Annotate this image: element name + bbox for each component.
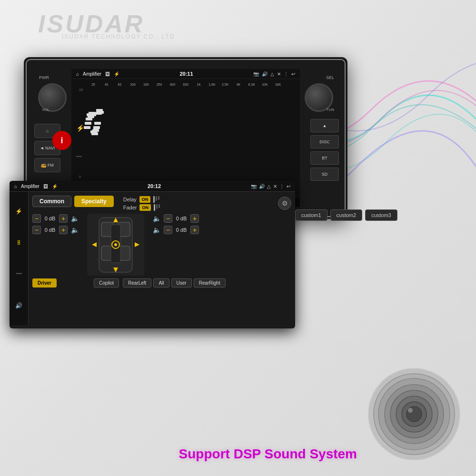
eq-freq-630: 630 <box>179 83 192 86</box>
rear-left-plus[interactable]: + <box>59 226 68 234</box>
eq-slider-handle-1[interactable] <box>85 122 91 125</box>
front-left-minus[interactable]: − <box>32 214 41 223</box>
settings-button[interactable]: ⚙ <box>278 197 291 210</box>
right-speaker-controls: 🔈 − 0 dB + 🔈 − 0 dB + <box>152 214 199 276</box>
screen-status-icons: 📷 🔊 △ ✕ ⋮ ↩ <box>253 71 295 77</box>
position-rearright[interactable]: RearRight <box>194 278 226 288</box>
eq-freq-100: 100 <box>127 83 139 86</box>
position-all[interactable]: All <box>153 278 169 288</box>
fader-label: Fader <box>123 205 137 210</box>
screen-time: 20:11 <box>179 71 193 77</box>
eq-slider-handle-9[interactable] <box>92 129 99 132</box>
rear-left-value: 0 dB <box>43 227 57 233</box>
popup-status-icons: 📷 🔊 △ ✕ ⋮ ↩ <box>251 184 290 189</box>
svg-marker-8 <box>92 242 97 247</box>
sidebar-icon-fader[interactable]: 🎚 <box>13 237 25 248</box>
eq-slider-handle-8[interactable] <box>91 132 98 135</box>
popup-menu-icon[interactable]: ⋮ <box>279 184 284 189</box>
eq-frequency-labels: 2540631001602504006301K1.6K2.5K4K6.3K10K… <box>75 83 296 86</box>
front-left-plus[interactable]: + <box>59 214 68 223</box>
eq-bars-area: 10 0 ⚡ 〰 <box>75 88 296 178</box>
rear-right-minus[interactable]: − <box>164 226 172 234</box>
tab-common[interactable]: Common <box>32 196 71 207</box>
custom2-button[interactable]: custom2 <box>330 209 363 221</box>
rear-left-vol-row: − 0 dB + 🔈 <box>32 225 79 235</box>
fader-bars <box>154 204 160 211</box>
popup-title: Amplifier <box>21 184 40 189</box>
custom3-button[interactable]: custom3 <box>365 209 397 221</box>
car-diagram-svg <box>89 215 142 275</box>
screen-home-icon[interactable]: ⌂ <box>76 71 79 77</box>
speaker-svg <box>367 367 462 462</box>
eq-freq-160: 160 <box>140 83 152 86</box>
position-rearleft[interactable]: RearLeft <box>123 278 151 288</box>
front-left-vol-row: − 0 dB + 🔈 <box>32 214 79 223</box>
back-icon[interactable]: ↩ <box>291 71 295 77</box>
menu-icon[interactable]: ⋮ <box>284 71 288 77</box>
eq-wave-icon[interactable]: 〰 <box>76 154 82 160</box>
popup-volume-icon[interactable]: 🔊 <box>259 184 265 189</box>
popup-dsp-screen: ⌂ Amplifier 🖼 ⚡ 20:12 📷 🔊 △ ✕ ⋮ ↩ ⚡ 🎚 〰 … <box>10 181 295 328</box>
sidebar-icon-eq[interactable]: ⚡ <box>13 206 25 217</box>
eq-freq-40: 40 <box>100 83 113 86</box>
triangle-icon: △ <box>270 71 274 77</box>
eq-freq-4K: 4K <box>232 83 245 86</box>
svg-marker-9 <box>135 242 139 247</box>
eq-slider-handle-10[interactable] <box>93 126 100 129</box>
eq-freq-6.3K: 6.3K <box>246 83 258 86</box>
tab-buttons: Common Specialty <box>32 196 114 207</box>
popup-body: ⚡ 🎚 〰 🔊 Common Specialty Delay ON <box>10 192 295 325</box>
eq-freq-1.6K: 1.6K <box>206 83 218 86</box>
delay-bars <box>153 196 159 203</box>
fader-on-badge[interactable]: ON <box>139 204 151 211</box>
position-driver[interactable]: Driver <box>32 278 57 288</box>
custom1-button[interactable]: custom1 <box>295 209 327 221</box>
front-right-speaker-icon: 🔈 <box>152 214 161 223</box>
rear-left-speaker-icon: 🔈 <box>70 225 79 235</box>
position-user[interactable]: User <box>171 278 192 288</box>
popup-home-icon[interactable]: ⌂ <box>14 184 17 189</box>
bt-button[interactable]: BT <box>310 151 339 165</box>
popup-top-row: Common Specialty Delay ON <box>32 196 291 211</box>
sd-button[interactable]: SD <box>310 168 339 181</box>
tun-label: TUN <box>327 108 334 112</box>
popup-header-left: ⌂ Amplifier 🖼 ⚡ <box>14 184 58 189</box>
sel-label: SEL <box>326 75 334 80</box>
front-right-minus[interactable]: − <box>164 214 172 223</box>
popup-back-icon[interactable]: ↩ <box>287 184 290 189</box>
speaker-volume-section: − 0 dB + 🔈 − 0 dB + 🔈 <box>32 214 291 276</box>
delay-fader-controls: Delay ON Fader ON <box>123 196 160 211</box>
eject-button[interactable]: ▲ <box>310 119 339 132</box>
eq-freq-1K: 1K <box>193 83 205 86</box>
delay-bar-3 <box>158 196 159 200</box>
delay-on-badge[interactable]: ON <box>139 196 151 203</box>
volume-icon[interactable]: 🔊 <box>262 71 268 77</box>
eq-slider-handle-2[interactable] <box>86 118 92 120</box>
eq-slider-handle-11[interactable] <box>94 122 101 125</box>
front-right-value: 0 dB <box>175 216 188 221</box>
sidebar-icon-speaker[interactable]: 🔊 <box>13 300 25 311</box>
rear-right-vol-row: 🔈 − 0 dB + <box>152 225 199 235</box>
sidebar-icon-wave[interactable]: 〰 <box>13 268 25 280</box>
right-button-group: ▲ DISC BT SD <box>310 119 339 181</box>
front-left-value: 0 dB <box>43 216 57 221</box>
rear-right-plus[interactable]: + <box>190 226 199 234</box>
car-seat-diagram <box>87 214 144 276</box>
rear-right-speaker-icon: 🔈 <box>152 225 161 235</box>
rear-left-minus[interactable]: − <box>32 226 41 234</box>
svg-point-21 <box>408 408 413 413</box>
tab-specialty[interactable]: Specialty <box>74 196 114 207</box>
disc-button[interactable]: DISC <box>310 135 339 149</box>
front-right-plus[interactable]: + <box>190 214 199 223</box>
popup-x-icon: ✕ <box>273 184 277 189</box>
left-speaker-controls: − 0 dB + 🔈 − 0 dB + 🔈 <box>32 214 79 276</box>
eq-slider-handle-14[interactable] <box>97 111 104 114</box>
position-copilot[interactable]: Copilot <box>94 278 119 288</box>
camera-icon: 📷 <box>253 71 259 77</box>
front-right-vol-row: 🔈 − 0 dB + <box>152 214 199 223</box>
fm-button[interactable]: 📻 FM <box>34 158 60 172</box>
eq-slider-handle-0[interactable] <box>84 126 90 129</box>
fader-bar-3 <box>159 204 160 208</box>
support-dsp-label: Support DSP Sound System <box>179 446 357 462</box>
eq-adjust-icon[interactable]: ⚡ <box>76 124 84 132</box>
